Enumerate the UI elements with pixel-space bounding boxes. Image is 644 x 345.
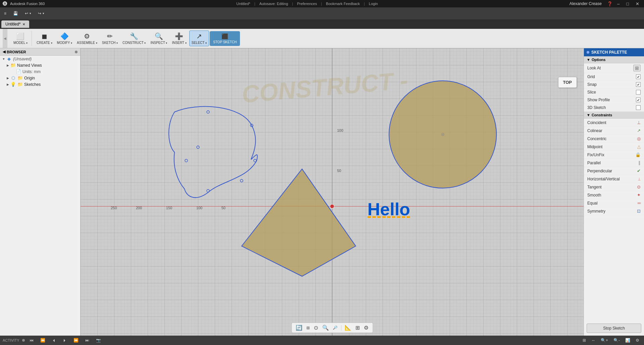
viewport-zoomin-btn[interactable]: 🔍+ [599, 337, 610, 343]
show-profile-checkbox[interactable]: ✔ [636, 98, 641, 102]
close-btn[interactable]: ✕ [634, 1, 641, 7]
titlebar-prefs[interactable]: Preferences [297, 2, 317, 6]
palette-slice-row[interactable]: Slice [584, 89, 644, 96]
select-btn[interactable]: ↗ SELECT ▾ [189, 31, 209, 46]
svg-point-4 [442, 134, 443, 135]
root-label: (Unsaved) [13, 57, 32, 61]
palette-concentric-row[interactable]: Concentric ◎ [584, 135, 644, 143]
minimize-btn[interactable]: – [615, 1, 622, 7]
inspect-btn[interactable]: 🔍 INSPECT ▾ [148, 31, 169, 46]
titlebar-login[interactable]: Login [369, 2, 378, 6]
maximize-btn[interactable]: □ [624, 1, 631, 7]
vp-display-btn[interactable]: 📐 [343, 324, 353, 332]
vp-fit-btn[interactable]: ⊙ [312, 324, 319, 332]
palette-grid-row[interactable]: Grid ✔ [584, 73, 644, 81]
grid-menu-btn[interactable]: ≡ [1, 10, 9, 17]
slice-checkbox[interactable] [636, 90, 641, 95]
palette-look-at-row[interactable]: Look At ⊞ [584, 63, 644, 73]
nav-next-btn[interactable]: ⏩ [71, 337, 81, 343]
hv-icon: ⟂ [638, 176, 641, 181]
model-btn[interactable]: ⬜ MODEL ▾ [11, 31, 30, 46]
tree-item-named-views[interactable]: ▶ 📁 Named Views [0, 62, 80, 68]
palette-hv-row[interactable]: Horizontal/Vertical ⟂ [584, 175, 644, 183]
vp-zoomin-btn[interactable]: 🔍 [321, 324, 330, 332]
tree-item-root[interactable]: ▼ ◆ (Unsaved) [0, 56, 80, 62]
palette-midpoint-row[interactable]: Midpoint △ [584, 143, 644, 151]
stop-sketch-palette-button[interactable]: Stop Sketch [587, 324, 641, 333]
palette-fixunfix-row[interactable]: Fix/UnFix 🔒 [584, 151, 644, 159]
titlebar-file: Untitled* [236, 2, 250, 6]
coincident-icon: ⊥ [637, 120, 641, 125]
palette-perpendicular-row[interactable]: Perpendicular ✔ [584, 167, 644, 175]
sketches-light-icon: 💡 [10, 82, 16, 87]
create-btn[interactable]: ◼ CREATE ▾ [35, 31, 54, 46]
viewport-grid-btn[interactable]: 📊 [623, 337, 632, 343]
nav-prev-btn[interactable]: ⏪ [38, 337, 47, 343]
tree-item-origin[interactable]: ▶ ⬡ 📁 Origin [0, 75, 80, 81]
stop-sketch-btn[interactable]: ⬛ STOP SKETCH [210, 31, 240, 46]
palette-tangent-row[interactable]: Tangent ⊙ [584, 183, 644, 191]
viewport-settings-btn[interactable]: ⚙ [634, 337, 641, 343]
top-view-button[interactable]: TOP [558, 77, 577, 88]
palette-coincident-row[interactable]: Coincident ⊥ [584, 119, 644, 127]
vp-zoomout-btn[interactable]: 🔎 [332, 325, 339, 331]
construct-btn[interactable]: 🔧 CONSTRUCT ▾ [120, 31, 148, 46]
nav-last-btn[interactable]: ⏭ [83, 337, 91, 343]
viewport[interactable]: 250 200 150 100 50 100 50 CONSTRUCT - He… [81, 48, 584, 336]
tree-item-units[interactable]: 📄 Units: mm [0, 68, 80, 75]
nav-first-btn[interactable]: ⏮ [28, 337, 36, 343]
grid-checkbox[interactable]: ✔ [636, 74, 641, 79]
modify-label: MODIFY ▾ [57, 41, 72, 45]
palette-symmetry-row[interactable]: Symmetry ⊡ [584, 207, 644, 215]
svg-text:100: 100 [337, 128, 343, 132]
insert-btn[interactable]: ➕ INSERT ▾ [170, 31, 188, 46]
save-btn[interactable]: 💾 [10, 10, 21, 17]
palette-show-profile-row[interactable]: Show Profile ✔ [584, 96, 644, 104]
palette-3d-sketch-row[interactable]: 3D Sketch [584, 104, 644, 112]
colinear-label: Colinear [587, 128, 602, 133]
tree-item-sketches[interactable]: ▶ 💡 📁 Sketches [0, 81, 80, 88]
nav-step-back-btn[interactable]: ⏴ [50, 337, 58, 343]
nav-camera-btn[interactable]: 📷 [94, 337, 103, 343]
toolbar-left-strip: ◀ [3, 29, 7, 48]
select-label: SELECT ▾ [192, 41, 207, 45]
snap-checkbox[interactable]: ✔ [636, 82, 641, 87]
vp-pan-btn[interactable]: ⊞ [305, 325, 311, 331]
vp-grid-btn[interactable]: ⊞ [354, 324, 361, 332]
titlebar-autosave: Autosave: Editing [259, 2, 288, 6]
look-at-label: Look At [587, 66, 601, 70]
palette-snap-row[interactable]: Snap ✔ [584, 81, 644, 89]
midpoint-label: Midpoint [587, 145, 602, 149]
tangent-label: Tangent [587, 185, 602, 189]
look-at-icon[interactable]: ⊞ [633, 65, 641, 71]
undo-btn[interactable]: ↩ ▾ [22, 10, 34, 17]
sketch-btn[interactable]: ✏ SKETCH ▾ [100, 31, 120, 46]
options-section-header[interactable]: ▼ Options [584, 56, 644, 63]
titlebar-feedback[interactable]: Bookmark Feedback [326, 2, 360, 6]
viewport-fit-btn[interactable]: ↔ [589, 337, 597, 343]
sidebar-collapse-icon[interactable]: ◀ [3, 50, 5, 54]
palette-equal-row[interactable]: Equal ═ [584, 199, 644, 207]
vp-orbit-btn[interactable]: 🔄 [294, 324, 304, 332]
modify-btn[interactable]: 🔷 MODIFY ▾ [55, 31, 74, 46]
vp-settings-btn[interactable]: ⚙ [362, 324, 370, 332]
help-icon[interactable]: ❓ [607, 1, 612, 6]
palette-parallel-row[interactable]: Parallel ∥ [584, 159, 644, 167]
nav-step-fwd-btn[interactable]: ⏵ [61, 337, 69, 343]
symmetry-label: Symmetry [587, 209, 605, 214]
tab-untitled[interactable]: Untitled* ✕ [1, 20, 29, 28]
constraints-section-header[interactable]: ▼ Constraints [584, 112, 644, 119]
tab-label: Untitled* [5, 22, 20, 26]
3d-sketch-checkbox[interactable] [636, 105, 641, 110]
tab-close-btn[interactable]: ✕ [22, 22, 25, 26]
palette-smooth-row[interactable]: Smooth ✦ [584, 191, 644, 199]
palette-colinear-row[interactable]: Colinear ↗ [584, 127, 644, 135]
svg-text:150: 150 [166, 206, 172, 210]
viewport-display-btn[interactable]: ⊞ [581, 337, 588, 343]
inspect-icon: 🔍 [155, 32, 163, 40]
assemble-btn[interactable]: ⚙ ASSEMBLE ▾ [75, 31, 99, 46]
viewport-zoomout-btn[interactable]: 🔍- [611, 337, 622, 343]
smooth-icon: ✦ [637, 192, 641, 197]
status-bar-right: ⊞ ↔ 🔍+ 🔍- 📊 ⚙ [581, 337, 641, 343]
redo-btn[interactable]: ↪ ▾ [35, 10, 47, 17]
